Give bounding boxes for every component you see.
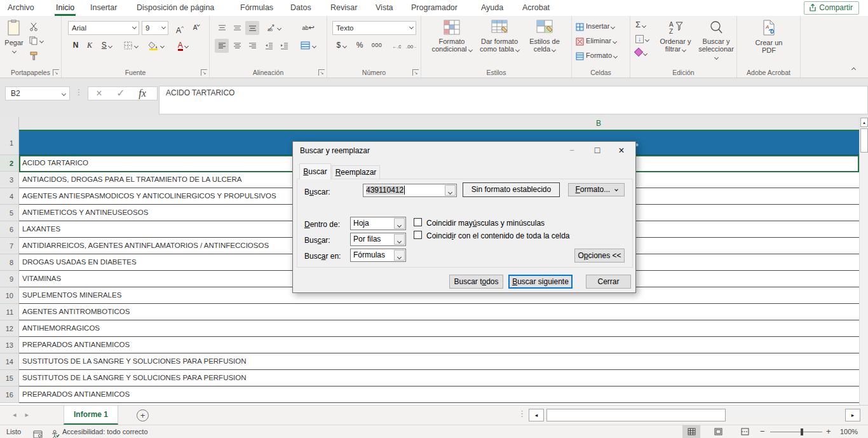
- cancel-entry-icon[interactable]: ×: [88, 87, 110, 100]
- horizontal-scroll-thumb[interactable]: [546, 409, 726, 421]
- close-button[interactable]: ×: [609, 142, 634, 160]
- select-all-corner[interactable]: [0, 117, 19, 131]
- cut-button[interactable]: [29, 20, 38, 32]
- align-left-button[interactable]: [215, 39, 229, 53]
- fill-button[interactable]: ↓: [635, 32, 649, 45]
- row-number[interactable]: 16: [0, 387, 19, 403]
- match-case-checkbox[interactable]: [414, 218, 422, 226]
- insert-cells-button[interactable]: Insertar: [576, 20, 614, 32]
- tab-vista[interactable]: Vista: [374, 0, 395, 16]
- decrease-indent-button[interactable]: [262, 39, 276, 53]
- sheet-tab-informe1[interactable]: Informe 1: [64, 406, 118, 425]
- table-row[interactable]: 14SUSTITUTOS DE LA SANGRE Y SOLUCIONES P…: [0, 353, 859, 370]
- align-middle-button[interactable]: [230, 21, 244, 35]
- zoom-level[interactable]: 100%: [840, 425, 858, 438]
- cell-styles-button[interactable]: Estilos de celda: [524, 18, 565, 65]
- dialog-tab-find[interactable]: Buscar: [299, 163, 331, 179]
- increase-font-button[interactable]: A^: [172, 21, 187, 35]
- new-sheet-button[interactable]: +: [137, 409, 149, 421]
- autosum-button[interactable]: Σ: [635, 18, 646, 31]
- scroll-left-button[interactable]: ◂: [529, 409, 544, 421]
- row-number[interactable]: 1: [0, 131, 19, 155]
- tab-revisar[interactable]: Revisar: [329, 0, 358, 16]
- row-number[interactable]: 5: [0, 205, 19, 221]
- copy-button[interactable]: [29, 34, 43, 46]
- format-button[interactable]: Formato...: [568, 183, 625, 196]
- prev-sheet-icon[interactable]: ◂: [13, 411, 25, 418]
- combo-dropdown-button[interactable]: [394, 250, 405, 261]
- format-as-table-button[interactable]: Dar formato como tabla: [477, 18, 522, 65]
- create-pdf-button[interactable]: A Crear un PDF: [752, 18, 786, 65]
- dialog-tab-replace[interactable]: Reemplazar: [332, 165, 380, 179]
- font-size-combo[interactable]: 9: [142, 21, 168, 35]
- align-right-button[interactable]: [245, 39, 259, 53]
- tab-insertar[interactable]: Insertar: [89, 0, 118, 16]
- row-number[interactable]: 8: [0, 254, 19, 271]
- alineacion-dialog-launcher[interactable]: ↘: [318, 69, 325, 76]
- share-button[interactable]: Compartir: [804, 1, 859, 15]
- combo-dropdown-button[interactable]: [394, 218, 405, 229]
- zoom-out-button[interactable]: −: [760, 425, 765, 438]
- table-row[interactable]: 13PREPARADOS ANTIANEMICOS: [0, 337, 859, 353]
- cell[interactable]: ANTIHEMORRAGICOS: [19, 320, 859, 337]
- row-number[interactable]: 7: [0, 238, 19, 254]
- search-by-combo[interactable]: Por filas: [350, 233, 406, 246]
- row-number[interactable]: 15: [0, 370, 19, 387]
- wrap-text-button[interactable]: ab↩: [297, 21, 319, 35]
- tab-datos[interactable]: Datos: [289, 0, 313, 16]
- find-what-combo[interactable]: 439110412: [363, 184, 457, 197]
- row-number[interactable]: 12: [0, 320, 19, 337]
- name-box-splitter[interactable]: ⋮: [75, 88, 83, 97]
- percent-button[interactable]: %: [353, 39, 367, 53]
- maximize-button[interactable]: □: [585, 142, 610, 160]
- row-number[interactable]: 14: [0, 353, 19, 370]
- align-top-button[interactable]: [215, 21, 229, 35]
- paste-button[interactable]: Pegar: [1, 18, 27, 65]
- format-cells-button[interactable]: Formato: [576, 49, 617, 62]
- options-button[interactable]: Opciones <<: [574, 249, 625, 263]
- find-next-button[interactable]: Buscar siguiente: [508, 275, 573, 289]
- row-number[interactable]: 9: [0, 271, 19, 287]
- table-row[interactable]: 11AGENTES ANTITROMBOTICOS: [0, 304, 859, 320]
- look-in-combo[interactable]: Fórmulas: [350, 249, 406, 262]
- align-bottom-button[interactable]: [245, 21, 259, 35]
- cell[interactable]: PREPARADOS ANTIANEMICOS: [19, 387, 859, 403]
- insert-function-icon[interactable]: fx: [132, 87, 153, 100]
- within-combo[interactable]: Hoja: [350, 217, 406, 230]
- zoom-slider[interactable]: [770, 432, 822, 432]
- underline-button[interactable]: S: [97, 39, 116, 53]
- horizontal-scrollbar[interactable]: [545, 409, 844, 421]
- cell[interactable]: SUSTITUTOS DE LA SANGRE Y SOLUCIONES PAR…: [19, 353, 859, 370]
- delete-cells-button[interactable]: Eliminar: [576, 34, 616, 47]
- formula-input[interactable]: ACIDO TARTARICO: [159, 86, 868, 114]
- tab-inicio[interactable]: Inicio: [55, 0, 76, 16]
- accessibility-checker-button[interactable]: [51, 427, 60, 438]
- table-row[interactable]: 16PREPARADOS ANTIANEMICOS: [0, 387, 859, 403]
- portapapeles-dialog-launcher[interactable]: ↘: [53, 69, 59, 76]
- confirm-entry-icon[interactable]: ✓: [110, 87, 132, 100]
- comma-style-button[interactable]: 000: [368, 39, 386, 53]
- zoom-slider-thumb[interactable]: [801, 428, 803, 435]
- row-number[interactable]: 2: [0, 155, 19, 172]
- table-row[interactable]: 12ANTIHEMORRAGICOS: [0, 320, 859, 337]
- fill-color-button[interactable]: [144, 39, 168, 53]
- font-name-combo[interactable]: Arial: [68, 21, 139, 35]
- borders-button[interactable]: [120, 39, 142, 53]
- column-header-B[interactable]: B: [19, 117, 859, 131]
- format-painter-button[interactable]: [29, 49, 38, 62]
- number-format-combo[interactable]: Texto: [332, 21, 416, 35]
- page-break-view-button[interactable]: [736, 425, 754, 438]
- fuente-dialog-launcher[interactable]: ↘: [201, 69, 207, 76]
- combo-dropdown-button[interactable]: [394, 234, 405, 245]
- minimize-button[interactable]: −: [559, 142, 585, 160]
- italic-button[interactable]: K: [83, 39, 96, 53]
- next-sheet-icon[interactable]: ▸: [25, 411, 38, 418]
- row-number[interactable]: 6: [0, 221, 19, 238]
- accessibility-status[interactable]: Accesibilidad: todo correcto: [62, 425, 148, 438]
- scroll-up-button[interactable]: ▴: [860, 118, 868, 127]
- combo-dropdown-button[interactable]: [445, 185, 456, 196]
- row-number[interactable]: 11: [0, 304, 19, 320]
- normal-view-button[interactable]: [682, 425, 700, 438]
- row-number[interactable]: 4: [0, 188, 19, 205]
- clear-button[interactable]: [635, 46, 647, 59]
